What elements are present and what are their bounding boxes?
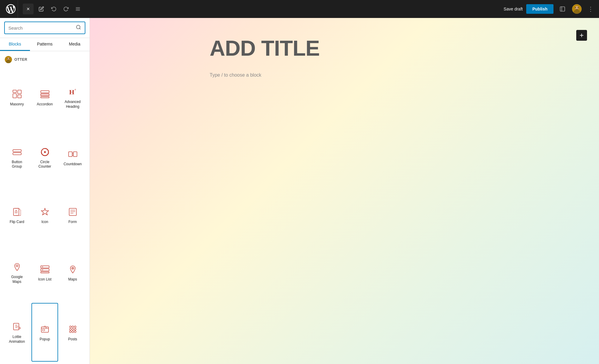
search-icon[interactable] <box>76 25 81 31</box>
svg-point-8 <box>575 7 576 8</box>
edit-button[interactable] <box>36 4 47 14</box>
canvas-content: ADD TITLE Type / to choose a block <box>210 36 479 346</box>
svg-point-56 <box>74 328 76 330</box>
block-item-circle-counter[interactable]: Circle Counter <box>31 128 58 186</box>
advanced-heading-icon: H + <box>67 87 78 97</box>
block-label-icon-list: Icon List <box>38 277 52 282</box>
sidebar-toggle-button[interactable] <box>557 4 568 14</box>
svg-rect-17 <box>13 90 16 92</box>
canvas[interactable]: ADD TITLE Type / to choose a block + <box>90 18 599 364</box>
more-options-button[interactable]: ⋮ <box>586 4 595 14</box>
sidebar: Blocks Patterns Media OTTER <box>0 18 90 364</box>
posts-icon <box>67 324 78 335</box>
svg-rect-36 <box>69 208 76 216</box>
tab-blocks[interactable]: Blocks <box>0 38 30 51</box>
block-item-button-group[interactable]: Button Group <box>4 128 30 186</box>
block-item-countdown[interactable]: Countdown <box>59 128 86 186</box>
add-block-button[interactable]: + <box>576 30 587 41</box>
main-layout: Blocks Patterns Media OTTER <box>0 18 599 364</box>
svg-text:+: + <box>74 88 76 92</box>
search-input[interactable] <box>8 25 76 31</box>
svg-point-40 <box>16 265 18 267</box>
svg-rect-26 <box>13 150 21 152</box>
svg-point-29 <box>44 151 46 153</box>
block-item-lottie-animation[interactable]: Lottie Animation <box>4 303 30 362</box>
block-label-accordion: Accordion <box>37 102 53 107</box>
svg-rect-21 <box>41 91 49 93</box>
svg-rect-34 <box>13 208 19 216</box>
redo-icon <box>63 6 69 12</box>
undo-icon <box>51 6 57 12</box>
google-maps-icon <box>12 262 22 272</box>
avatar-image <box>572 4 582 14</box>
svg-rect-20 <box>18 95 21 98</box>
topbar-right: Save draft Publish ⋮ <box>504 4 595 14</box>
maps-icon <box>67 264 78 275</box>
button-group-icon <box>12 147 22 157</box>
svg-rect-31 <box>73 152 77 157</box>
block-placeholder[interactable]: Type / to choose a block <box>210 72 479 78</box>
svg-point-51 <box>69 326 71 328</box>
svg-point-58 <box>72 331 74 333</box>
svg-rect-30 <box>69 152 72 157</box>
svg-point-16 <box>9 58 10 59</box>
block-label-popup: Popup <box>40 337 50 342</box>
search-wrapper <box>4 22 85 34</box>
block-item-flip-card[interactable]: Flip Card <box>4 188 30 242</box>
svg-rect-43 <box>41 272 49 273</box>
block-label-form: Form <box>69 220 77 225</box>
block-label-button-group: Button Group <box>7 160 27 169</box>
svg-point-55 <box>72 328 74 330</box>
svg-rect-18 <box>18 90 21 94</box>
block-item-google-maps[interactable]: Google Maps <box>4 243 30 302</box>
tab-patterns[interactable]: Patterns <box>30 38 60 51</box>
popup-icon <box>40 324 50 335</box>
icon-block-icon <box>40 207 50 217</box>
svg-point-10 <box>76 25 80 29</box>
block-label-circle-counter: Circle Counter <box>34 160 55 169</box>
block-label-countdown: Countdown <box>63 162 82 167</box>
svg-text:H: H <box>69 88 74 96</box>
form-icon <box>67 207 78 217</box>
masonry-icon <box>12 89 22 100</box>
block-label-advanced-heading: Advanced Heading <box>62 100 83 109</box>
block-item-popup[interactable]: Popup <box>31 303 58 362</box>
svg-point-57 <box>69 331 71 333</box>
blocks-grid: Masonry Accordion H + <box>0 66 90 364</box>
layout-icon <box>559 6 565 12</box>
svg-line-11 <box>79 28 80 29</box>
block-item-icon-list[interactable]: Icon List <box>31 243 58 302</box>
block-label-lottie-animation: Lottie Animation <box>7 335 27 344</box>
svg-point-53 <box>74 326 76 328</box>
block-label-masonry: Masonry <box>10 102 24 107</box>
svg-rect-23 <box>41 97 49 98</box>
block-item-form[interactable]: Form <box>59 188 86 242</box>
user-avatar-button[interactable] <box>571 4 582 14</box>
icon-list-icon <box>40 264 50 275</box>
close-button[interactable]: × <box>23 4 34 14</box>
pencil-icon <box>39 6 44 12</box>
list-view-icon <box>75 6 81 12</box>
svg-point-52 <box>72 326 74 328</box>
block-item-icon[interactable]: Icon <box>31 188 58 242</box>
otter-avatar-image <box>5 56 12 63</box>
tabs: Blocks Patterns Media <box>0 38 90 51</box>
svg-rect-19 <box>13 94 16 98</box>
redo-button[interactable] <box>61 4 71 14</box>
page-title[interactable]: ADD TITLE <box>210 36 479 60</box>
block-item-posts[interactable]: Posts <box>59 303 86 362</box>
block-item-masonry[interactable]: Masonry <box>4 68 30 127</box>
list-view-button[interactable] <box>73 4 83 14</box>
save-draft-button[interactable]: Save draft <box>504 7 523 11</box>
undo-button[interactable] <box>49 4 59 14</box>
block-item-advanced-heading[interactable]: H + Advanced Heading <box>59 68 86 127</box>
block-label-icon: Icon <box>41 220 48 225</box>
svg-rect-3 <box>560 7 565 11</box>
block-label-posts: Posts <box>68 337 77 342</box>
tab-media[interactable]: Media <box>60 38 90 51</box>
block-item-accordion[interactable]: Accordion <box>31 68 58 127</box>
wordpress-icon <box>6 4 16 14</box>
block-label-flip-card: Flip Card <box>10 220 24 225</box>
block-item-maps[interactable]: Maps <box>59 243 86 302</box>
publish-button[interactable]: Publish <box>526 4 553 14</box>
